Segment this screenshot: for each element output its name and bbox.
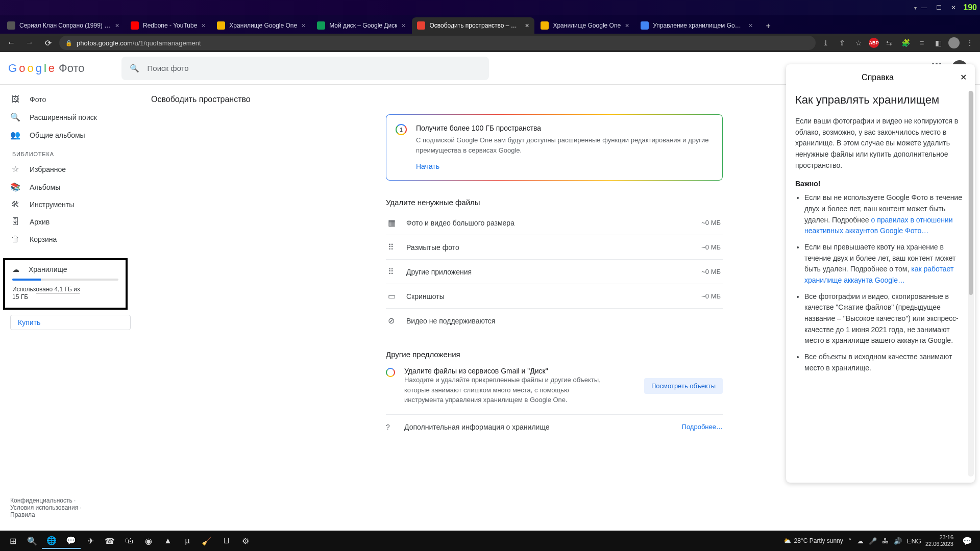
browser-tab[interactable]: Управление хранилищем Goo…✕ [635, 17, 758, 34]
extension-badge[interactable]: 190 [963, 3, 977, 12]
learn-more-link[interactable]: Подробнее… [682, 423, 723, 431]
buy-storage-button[interactable]: Купить [10, 315, 131, 330]
close-tab-icon[interactable]: ✕ [201, 22, 206, 29]
taskbar-telegram[interactable]: ✈ [81, 533, 100, 549]
storage-label[interactable]: Хранилище [29, 265, 67, 273]
sidepanel-icon[interactable]: ◧ [932, 39, 944, 47]
taskbar-steam[interactable]: ◉ [139, 533, 158, 549]
install-app-icon[interactable]: ⤓ [820, 39, 832, 47]
reading-list-icon[interactable]: ≡ [916, 39, 928, 47]
tray-network-icon[interactable]: 🖧 [882, 537, 889, 545]
url-path: /u/1/quotamanagement [133, 39, 201, 47]
share-icon[interactable]: ⇪ [836, 39, 848, 47]
close-window-icon[interactable]: ✕ [951, 4, 956, 11]
extensions-icon[interactable]: 🧩 [899, 39, 912, 47]
cleanup-row[interactable]: ⠿Размытые фото~0 МБ [386, 235, 723, 260]
cleanup-row[interactable]: ⠿Другие приложения~0 МБ [386, 260, 723, 284]
row-size: ~0 МБ [701, 268, 721, 276]
bookmark-icon[interactable]: ☆ [852, 39, 865, 47]
sidebar-item[interactable]: 📚Альбомы [0, 178, 131, 196]
sidebar-item[interactable]: 🗑Корзина [0, 231, 131, 248]
forward-button[interactable]: → [22, 38, 37, 47]
sidebar-item[interactable]: 🛠Инструменты [0, 196, 131, 213]
google-photos-logo[interactable]: Google Фото [8, 62, 85, 75]
close-tab-icon[interactable]: ✕ [115, 22, 119, 29]
cleanup-row[interactable]: ▦Фото и видео большого размера~0 МБ [386, 211, 723, 235]
browser-tab[interactable]: Redbone - YouTube✕ [126, 17, 211, 34]
sidebar-item[interactable]: 🔍Расширенный поиск [0, 108, 131, 126]
taskbar-chrome[interactable]: 🌐 [42, 533, 61, 549]
section-other-offers: Другие предложения [386, 350, 723, 359]
help-scrollbar[interactable] [968, 91, 974, 477]
tray-chevron-icon[interactable]: ˄ [848, 537, 852, 545]
row-size: ~0 МБ [701, 243, 721, 251]
row-label: Размытые фото [406, 243, 459, 252]
taskbar-monitor[interactable]: 🖥 [216, 533, 236, 549]
browser-tab[interactable]: Освободить пространство – G…✕ [412, 17, 534, 34]
footer-link[interactable]: Условия использования · [10, 504, 120, 511]
tab-overflow-caret[interactable]: ▾ [914, 5, 917, 11]
new-tab-button[interactable]: + [761, 21, 775, 31]
maximize-icon[interactable]: ☐ [936, 4, 942, 11]
close-help-icon[interactable]: ✕ [960, 72, 967, 82]
tray-volume-icon[interactable]: 🔊 [894, 537, 902, 545]
tray-onedrive-icon[interactable]: ☁ [857, 537, 864, 545]
taskbar-wot[interactable]: ⚙ [236, 533, 255, 549]
browser-tab[interactable]: Сериал Клан Сопрано (1999) с…✕ [2, 17, 125, 34]
tray-mic-icon[interactable]: 🎤 [869, 537, 877, 545]
sidebar-label: Расширенный поиск [30, 113, 97, 121]
favicon [417, 21, 425, 30]
taskbar-store[interactable]: 🛍 [119, 533, 139, 549]
browser-tab[interactable]: Мой диск – Google Диск✕ [312, 17, 411, 34]
close-tab-icon[interactable]: ✕ [525, 22, 529, 29]
chrome-menu-icon[interactable]: ⋮ [964, 39, 976, 47]
browser-tab[interactable]: Хранилище Google One✕ [535, 17, 634, 34]
google-one-icon: 1 [396, 124, 407, 135]
cleanup-row[interactable]: ▭Скриншоты~0 МБ [386, 284, 723, 309]
help-header: Справка [862, 73, 894, 82]
favicon [641, 21, 649, 30]
sidebar-item[interactable]: 👥Общие альбомы [0, 126, 131, 144]
taskbar-utorrent[interactable]: µ [178, 533, 197, 549]
sidebar-item[interactable]: 🗄Архив [0, 213, 131, 231]
tray-language[interactable]: ENG [907, 537, 921, 545]
close-tab-icon[interactable]: ✕ [748, 22, 753, 29]
system-tray[interactable]: ˄ ☁ 🎤 🖧 🔊 ENG [848, 537, 921, 545]
back-button[interactable]: ← [4, 38, 18, 47]
footer-link[interactable]: Правила [10, 511, 120, 518]
tab-title: Мой диск – Google Диск [329, 22, 397, 29]
search-button[interactable]: 🔍 [22, 533, 42, 549]
sidebar-item[interactable]: ☆Избранное [0, 160, 131, 178]
minimize-icon[interactable]: ― [921, 4, 927, 11]
taskbar-clock[interactable]: 23:1622.06.2023 [925, 534, 953, 547]
footer-link[interactable]: Конфиденциальность · [10, 497, 120, 504]
sidebar-item[interactable]: 🖼Фото [0, 91, 131, 108]
exchange-icon[interactable]: ⇆ [883, 39, 895, 47]
promo-cta[interactable]: Начать [416, 162, 439, 170]
cleanup-row[interactable]: ⊘Видео не поддерживаются [386, 309, 723, 333]
close-tab-icon[interactable]: ✕ [625, 22, 629, 29]
sidebar-label: Инструменты [30, 201, 74, 209]
taskbar-yandex[interactable]: ▲ [158, 533, 178, 549]
view-objects-button[interactable]: Посмотреть объекты [644, 378, 723, 394]
taskbar-viber[interactable]: ☎ [100, 533, 119, 549]
sidebar-icon: 🗑 [10, 235, 20, 244]
reload-button[interactable]: ⟳ [41, 38, 55, 48]
storage-info-row[interactable]: ? Дополнительная информация о хранилище … [386, 415, 723, 439]
close-tab-icon[interactable]: ✕ [401, 22, 406, 29]
browser-toolbar: ← → ⟳ 🔒 photos.google.com/u/1/quotamanag… [0, 34, 980, 52]
address-bar[interactable]: 🔒 photos.google.com/u/1/quotamanagement [59, 36, 816, 50]
taskbar-discord[interactable]: 💬 [61, 533, 81, 549]
browser-tab[interactable]: Хранилище Google One✕ [212, 17, 311, 34]
sidebar-label: Избранное [30, 165, 66, 173]
weather-widget[interactable]: ⛅ 28°C Partly sunny [783, 537, 843, 544]
start-button[interactable]: ⊞ [3, 533, 22, 549]
search-input[interactable]: 🔍 Поиск фото [121, 57, 489, 80]
scrollbar-thumb[interactable] [969, 91, 973, 295]
close-tab-icon[interactable]: ✕ [301, 22, 306, 29]
adblock-icon[interactable]: ABP [869, 38, 879, 48]
tab-title: Хранилище Google One [229, 22, 297, 29]
action-center-icon[interactable]: 💬 [958, 533, 977, 549]
profile-avatar[interactable] [948, 37, 960, 48]
taskbar-ccleaner[interactable]: 🧹 [197, 533, 216, 549]
